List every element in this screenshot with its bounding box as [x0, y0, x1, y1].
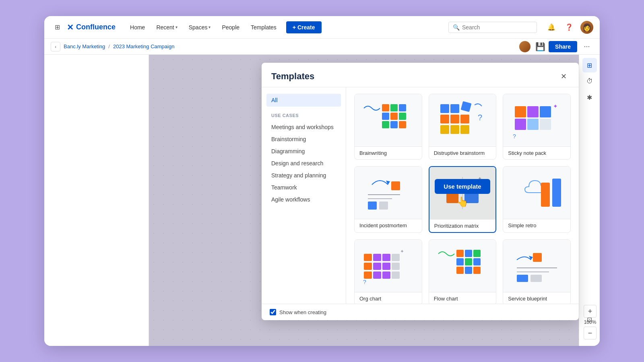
right-sidebar-table-icon[interactable]: ⊞ — [582, 58, 597, 72]
template-card-blueprint[interactable]: Service blueprint — [503, 239, 571, 304]
svg-rect-38 — [541, 183, 550, 207]
template-card-flowchart[interactable]: Flow chart — [429, 239, 497, 304]
svg-rect-6 — [382, 121, 389, 128]
cursor-icon: 👆 — [456, 196, 469, 208]
modal-title: Templates — [271, 71, 314, 82]
template-card-orgchart[interactable]: ✦ — [354, 239, 422, 304]
svg-rect-4 — [399, 104, 406, 111]
sidebar-toggle[interactable]: ‹ — [51, 42, 60, 51]
help-button[interactable]: ❓ — [563, 21, 576, 34]
timer-icon: ⏱ — [586, 78, 593, 85]
top-nav: ⊞ ✕ Confluence Home Recent ▾ Spaces ▾ Pe… — [44, 16, 600, 39]
nav-spaces[interactable]: Spaces ▾ — [184, 22, 216, 33]
breadcrumb-bar: ‹ Banc.ly Marketing / 2023 Marketing Cam… — [44, 39, 600, 55]
svg-rect-32 — [379, 202, 388, 210]
share-button[interactable]: Share — [549, 41, 577, 52]
use-template-button[interactable]: Use template — [435, 179, 490, 194]
template-thumb-orgchart: ✦ — [355, 240, 422, 292]
svg-rect-24 — [527, 119, 539, 130]
zoom-out-button[interactable]: − — [584, 327, 597, 339]
svg-marker-27 — [386, 181, 390, 185]
zoom-level: 100% — [584, 319, 597, 325]
template-thumb-postmortem — [355, 167, 422, 219]
svg-rect-28 — [391, 181, 400, 190]
right-sidebar-timer-icon[interactable]: ⏱ — [582, 74, 597, 88]
modal-close-button[interactable]: ✕ — [558, 71, 569, 82]
grid-menu-button[interactable]: ⊞ — [51, 21, 64, 34]
sidebar-section-label: USE CASES — [266, 113, 341, 121]
sidebar-item-all[interactable]: All — [266, 94, 341, 107]
template-card-brainwriting[interactable]: Brainwriting — [354, 94, 422, 160]
svg-rect-12 — [440, 115, 449, 123]
svg-rect-5 — [399, 113, 406, 120]
search-input[interactable] — [462, 24, 533, 31]
nav-icons: 🔔 ❓ 👩 — [545, 21, 593, 34]
search-icon: 🔍 — [453, 24, 460, 31]
breadcrumb-part2[interactable]: 2023 Marketing Campaign — [113, 43, 174, 49]
sidebar-item-design[interactable]: Design and research — [266, 157, 341, 169]
sidebar-item-agile[interactable]: Agile workflows — [266, 193, 341, 206]
create-button[interactable]: + Create — [286, 21, 322, 33]
template-label-brainwriting: Brainwriting — [355, 146, 422, 159]
svg-text:?: ? — [513, 133, 516, 140]
nav-people[interactable]: People — [217, 22, 244, 33]
templates-grid: Brainwriting — [354, 94, 571, 304]
templates-modal: Templates ✕ All USE CASES Meetings and w… — [262, 63, 579, 320]
modal-sidebar: All USE CASES Meetings and workshops Bra… — [262, 87, 346, 304]
more-options-button[interactable]: ··· — [580, 40, 593, 53]
svg-text:✦: ✦ — [553, 103, 558, 109]
content-area: Templates ✕ All USE CASES Meetings and w… — [44, 55, 600, 346]
sidebar-item-strategy[interactable]: Strategy and planning — [266, 169, 341, 181]
nav-templates[interactable]: Templates — [246, 22, 281, 33]
svg-rect-20 — [515, 106, 526, 117]
search-box[interactable]: 🔍 — [448, 22, 537, 33]
svg-rect-1 — [390, 104, 398, 111]
template-card-distruptive[interactable]: ? Distruptive brainstorm — [429, 94, 497, 160]
template-card-prioritization[interactable]: ✦ — [429, 166, 497, 233]
modal-footer: Show when creating — [262, 304, 579, 320]
template-card-retro[interactable]: Simple retro — [503, 166, 571, 233]
template-thumb-brainwriting — [355, 94, 422, 146]
svg-rect-7 — [390, 121, 398, 128]
svg-rect-41 — [364, 254, 372, 261]
save-to-confluence-button[interactable]: 💾 — [535, 42, 545, 51]
sidebar-item-brainstorming[interactable]: Brainstorming — [266, 133, 341, 145]
svg-rect-68 — [530, 275, 542, 282]
template-thumb-sticky: ✦ ? — [503, 94, 570, 146]
svg-rect-52 — [392, 272, 400, 279]
cursor-magic-icon: ✱ — [587, 94, 592, 101]
svg-rect-46 — [373, 263, 381, 270]
modal-overlay: Templates ✕ All USE CASES Meetings and w… — [149, 55, 579, 346]
main-canvas: Templates ✕ All USE CASES Meetings and w… — [149, 55, 579, 346]
template-thumb-retro — [503, 167, 570, 219]
bell-icon: 🔔 — [547, 23, 555, 31]
nav-recent[interactable]: Recent ▾ — [151, 22, 182, 33]
svg-rect-54 — [456, 250, 464, 257]
user-avatar[interactable]: 👩 — [580, 21, 593, 34]
svg-rect-42 — [373, 254, 381, 261]
help-icon: ❓ — [565, 23, 573, 31]
svg-rect-56 — [473, 250, 481, 257]
nav-items: Home Recent ▾ Spaces ▾ People Templates … — [125, 21, 321, 33]
template-label-prioritization: Prioritization matrix — [429, 219, 496, 232]
notifications-button[interactable]: 🔔 — [545, 21, 558, 34]
svg-rect-48 — [392, 263, 400, 270]
template-card-sticky[interactable]: ✦ ? — [503, 94, 571, 160]
nav-home[interactable]: Home — [125, 22, 150, 33]
show-when-creating-checkbox[interactable] — [270, 309, 276, 315]
zoom-in-button[interactable]: + — [584, 305, 597, 318]
svg-rect-45 — [364, 263, 372, 270]
svg-rect-44 — [392, 254, 400, 261]
right-sidebar-cursor-icon[interactable]: ✱ — [582, 90, 597, 105]
sidebar-item-meetings[interactable]: Meetings and workshops — [266, 121, 341, 133]
breadcrumb-part1[interactable]: Banc.ly Marketing — [64, 43, 105, 49]
svg-rect-61 — [465, 267, 472, 274]
confluence-logo: ✕ Confluence — [67, 23, 116, 32]
sidebar-item-teamwork[interactable]: Teamwork — [266, 181, 341, 193]
modal-content: Brainwriting — [346, 87, 579, 304]
grid-icon: ⊞ — [55, 23, 60, 31]
use-template-overlay: Use template 👆 — [429, 167, 496, 219]
sidebar-item-diagramming[interactable]: Diagramming — [266, 145, 341, 157]
template-thumb-blueprint — [503, 240, 570, 292]
template-card-postmortem[interactable]: Incident postmortem — [354, 166, 422, 233]
